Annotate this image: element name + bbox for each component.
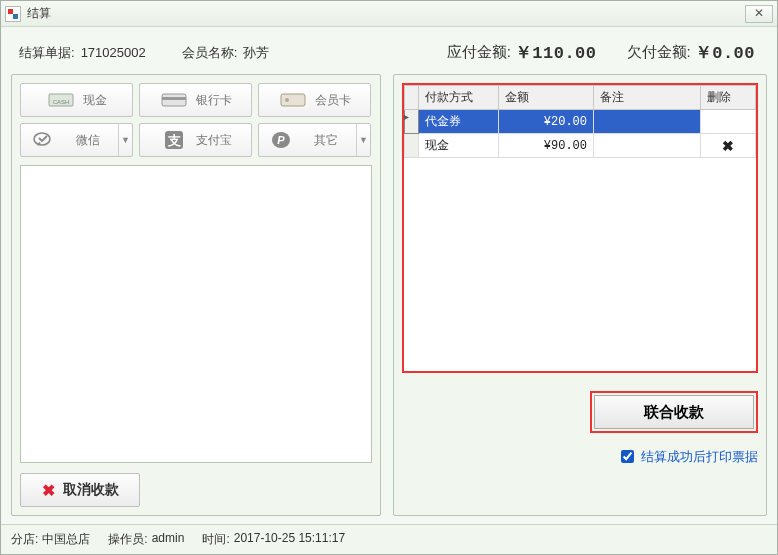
cell-note[interactable] <box>594 110 701 134</box>
titlebar: 结算 ✕ <box>1 1 777 27</box>
right-panel: ▸ <box>393 74 767 516</box>
col-amount[interactable]: 金额 <box>499 86 594 110</box>
close-icon: ✖ <box>42 481 55 500</box>
order-label: 结算单据: <box>19 44 75 62</box>
delete-row-button[interactable]: ✖ <box>701 134 756 158</box>
window-title: 结算 <box>27 5 51 22</box>
due-label: 应付金额: <box>447 43 511 62</box>
col-method[interactable]: 付款方式 <box>419 86 499 110</box>
close-button[interactable]: ✕ <box>745 5 773 23</box>
other-button[interactable]: P 其它 ▼ <box>258 123 371 157</box>
branch-label: 分店: <box>11 531 38 548</box>
cash-button[interactable]: CASH 现金 <box>20 83 133 117</box>
header-row: 结算单据: 171025002 会员名称: 孙芳 应付金额: ￥110.00 欠… <box>11 37 767 74</box>
wechat-icon <box>29 130 57 150</box>
operator-label: 操作员: <box>108 531 147 548</box>
member-label: 会员名称: <box>182 44 238 62</box>
print-label: 结算成功后打印票据 <box>641 448 758 466</box>
left-panel: CASH 现金 银行卡 会员卡 <box>11 74 381 516</box>
cancel-label: 取消收款 <box>63 481 119 499</box>
cell-method[interactable]: 代金券 <box>419 110 499 134</box>
chevron-down-icon[interactable]: ▼ <box>118 124 132 156</box>
payments-grid[interactable]: 付款方式 金额 备注 删除 代金券 ¥20.00 <box>402 83 758 373</box>
cancel-payment-button[interactable]: ✖ 取消收款 <box>20 473 140 507</box>
owed-value: ￥0.00 <box>695 41 755 64</box>
svg-rect-4 <box>281 94 305 106</box>
table-row[interactable]: 代金券 ¥20.00 ✖ <box>405 110 756 134</box>
other-label: 其它 <box>303 132 348 149</box>
combined-payment-button[interactable]: 联合收款 <box>594 395 754 429</box>
settlement-window: 结算 ✕ 结算单据: 171025002 会员名称: 孙芳 应付金额: ￥110… <box>0 0 778 555</box>
alipay-label: 支付宝 <box>196 132 232 149</box>
owed-label: 欠付金额: <box>627 43 691 62</box>
bankcard-button[interactable]: 银行卡 <box>139 83 252 117</box>
svg-point-5 <box>285 98 289 102</box>
cash-label: 现金 <box>83 92 107 109</box>
print-option[interactable]: 结算成功后打印票据 <box>402 447 758 466</box>
delete-row-button[interactable]: ✖ <box>701 110 756 134</box>
cell-method[interactable]: 现金 <box>419 134 499 158</box>
svg-text:支: 支 <box>166 133 180 148</box>
cell-amount[interactable]: ¥90.00 <box>499 134 594 158</box>
svg-rect-3 <box>162 97 186 100</box>
print-checkbox[interactable] <box>621 450 634 463</box>
alipay-button[interactable]: 支 支付宝 <box>139 123 252 157</box>
payment-method-buttons: CASH 现金 银行卡 会员卡 <box>20 83 372 157</box>
submit-label: 联合收款 <box>644 403 704 422</box>
operator-value: admin <box>152 531 185 548</box>
bankcard-icon <box>160 90 188 110</box>
alipay-icon: 支 <box>160 130 188 150</box>
membercard-label: 会员卡 <box>315 92 351 109</box>
due-value: ￥110.00 <box>515 41 597 64</box>
col-note[interactable]: 备注 <box>594 86 701 110</box>
svg-text:CASH: CASH <box>52 99 69 105</box>
wechat-label: 微信 <box>65 132 110 149</box>
bankcard-label: 银行卡 <box>196 92 232 109</box>
other-icon: P <box>267 130 295 150</box>
cell-amount[interactable]: ¥20.00 <box>499 110 594 134</box>
status-bar: 分店: 中国总店 操作员: admin 时间: 2017-10-25 15:11… <box>1 524 777 554</box>
time-label: 时间: <box>202 531 229 548</box>
membercard-icon <box>279 90 307 110</box>
order-no: 171025002 <box>81 45 146 60</box>
membercard-button[interactable]: 会员卡 <box>258 83 371 117</box>
table-row[interactable]: 现金 ¥90.00 ✖ <box>405 134 756 158</box>
chevron-down-icon[interactable]: ▼ <box>356 124 370 156</box>
col-delete[interactable]: 删除 <box>701 86 756 110</box>
wechat-button[interactable]: 微信 ▼ <box>20 123 133 157</box>
svg-point-6 <box>34 133 50 145</box>
svg-text:P: P <box>277 134 285 146</box>
cash-icon: CASH <box>47 90 75 110</box>
time-value: 2017-10-25 15:11:17 <box>234 531 345 548</box>
branch-value: 中国总店 <box>42 531 90 548</box>
submit-highlight: 联合收款 <box>590 391 758 433</box>
left-listbox[interactable] <box>20 165 372 463</box>
member-name: 孙芳 <box>243 44 269 62</box>
app-icon <box>5 6 21 22</box>
grid-header-row: 付款方式 金额 备注 删除 <box>405 86 756 110</box>
cell-note[interactable] <box>594 134 701 158</box>
